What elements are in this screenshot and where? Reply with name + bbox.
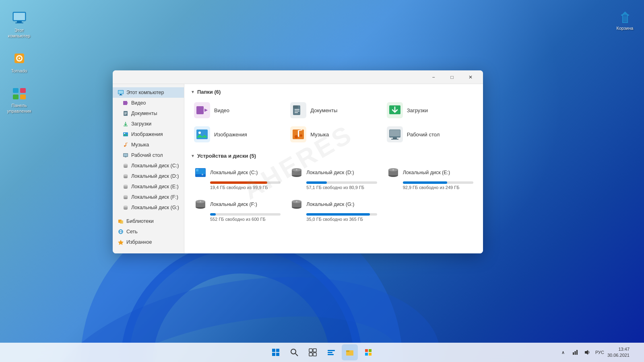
favorites-sidebar-icon <box>118 239 124 245</box>
close-button[interactable]: ✕ <box>461 71 480 84</box>
svg-rect-70 <box>298 131 299 137</box>
svg-rect-117 <box>574 351 576 355</box>
svg-rect-36 <box>125 157 126 157</box>
notification-button[interactable] <box>633 344 639 360</box>
svg-rect-10 <box>13 95 19 99</box>
store-taskbar-button[interactable] <box>360 344 376 360</box>
explorer-taskbar-button[interactable] <box>342 344 358 360</box>
widgets-button[interactable] <box>323 344 339 360</box>
show-hidden-icons-button[interactable]: ∧ <box>558 348 568 357</box>
sidebar-item-documents[interactable]: Документы <box>113 108 184 119</box>
svg-rect-106 <box>313 353 316 356</box>
folder-icon-video <box>194 102 210 118</box>
svg-rect-19 <box>118 90 123 94</box>
folders-section-label: Папки (6) <box>197 89 221 95</box>
disk-item-c[interactable]: Локальный диск (C:) 19,4 ГБ свободно из … <box>191 164 284 192</box>
svg-rect-114 <box>365 353 368 356</box>
folder-label-music: Музыка <box>310 132 329 138</box>
disk-d-name: Локальный диск (D:) <box>306 170 354 175</box>
sidebar-item-network[interactable]: Сеть <box>113 226 184 237</box>
disk-c-header: Локальный диск (C:) <box>194 166 281 179</box>
this-pc-sidebar-icon <box>118 89 124 96</box>
folder-item-video[interactable]: Видео <box>191 100 284 121</box>
disk-item-f[interactable]: Локальный диск (F:) 552 ГБ свободно из 6… <box>191 195 284 224</box>
sidebar-item-images[interactable]: Изображения <box>113 129 184 140</box>
svg-rect-75 <box>393 138 397 139</box>
disk-f-name: Локальный диск (F:) <box>210 202 257 207</box>
svg-rect-32 <box>126 143 126 146</box>
folder-item-images[interactable]: Изображения <box>191 124 284 145</box>
svg-point-42 <box>124 174 128 176</box>
desktop-icon-control-panel[interactable]: Панельуправления <box>4 83 34 116</box>
devices-section-label: Устройства и диски (5) <box>197 153 256 159</box>
sys-tray: ∧ <box>558 348 592 357</box>
svg-rect-79 <box>196 169 198 171</box>
folder-item-music[interactable]: Музыка <box>287 124 380 145</box>
svg-rect-118 <box>576 350 578 355</box>
folder-item-documents[interactable]: Документы <box>287 100 380 121</box>
sidebar-label-documents: Документы <box>131 111 157 116</box>
folder-icon-downloads <box>387 102 403 118</box>
folders-section-header[interactable]: ▼ Папки (6) <box>191 89 477 95</box>
svg-point-92 <box>200 201 201 202</box>
svg-point-39 <box>124 164 128 165</box>
desktop-icon-this-pc[interactable]: Этоткомпьютер <box>4 8 34 41</box>
sidebar-item-favorites[interactable]: Избранное <box>113 237 184 247</box>
sidebar-label-network: Сеть <box>126 229 138 234</box>
disk-d-icon <box>290 166 303 179</box>
disk-e-name: Локальный диск (E:) <box>403 170 450 175</box>
folder-item-desktop-folder[interactable]: Рабочий стол <box>384 124 477 145</box>
folder-item-downloads[interactable]: Загрузки <box>384 100 477 121</box>
sidebar-label-disk-f: Локальный диск (F:) <box>131 194 178 200</box>
sidebar-item-disk-g[interactable]: Локальный диск (G:) <box>113 202 184 213</box>
svg-marker-57 <box>118 240 124 245</box>
time-display: 13:47 <box>607 346 630 352</box>
disk-e-sidebar-icon <box>122 183 129 190</box>
sidebar-item-disk-c[interactable]: Локальный диск (C:) <box>113 160 184 171</box>
disk-e-icon <box>387 166 400 179</box>
time-date-display[interactable]: 13:47 30.06.2021 <box>607 346 630 359</box>
svg-rect-29 <box>123 132 128 136</box>
sidebar-label-disk-c: Локальный диск (C:) <box>131 163 179 169</box>
svg-point-96 <box>296 201 297 202</box>
maximize-button[interactable]: □ <box>443 71 461 84</box>
volume-tray-icon[interactable] <box>582 348 592 357</box>
svg-point-80 <box>202 174 203 175</box>
explorer-body: Этот компьютер Видео Документы <box>113 84 483 253</box>
sidebar-item-disk-e[interactable]: Локальный диск (E:) <box>113 181 184 192</box>
disk-item-g[interactable]: Локальный диск (G:) 35,0 ГБ свободно из … <box>287 195 380 224</box>
disk-g-bar-bg <box>306 213 377 216</box>
task-view-button[interactable] <box>305 344 321 360</box>
minimize-button[interactable]: − <box>424 71 443 84</box>
sidebar-item-libraries[interactable]: Библиотеки <box>113 216 184 226</box>
sidebar-item-this-pc[interactable]: Этот компьютер <box>113 87 184 98</box>
start-button[interactable] <box>268 344 284 360</box>
sidebar-item-video[interactable]: Видео <box>113 98 184 108</box>
downloads-sidebar-icon <box>122 121 129 127</box>
network-tray-icon[interactable] <box>570 348 580 357</box>
desktop-icon-tornado[interactable]: Tornado <box>4 49 34 75</box>
sidebar-item-music[interactable]: Музыка <box>113 140 184 150</box>
folders-chevron: ▼ <box>191 90 195 94</box>
sidebar-item-desktop[interactable]: Рабочий стол <box>113 150 184 160</box>
svg-point-67 <box>198 132 201 134</box>
disk-d-info: 57,1 ГБ свободно из 80,9 ГБ <box>306 185 377 190</box>
disk-item-d[interactable]: Локальный диск (D:) 57,1 ГБ свободно из … <box>287 164 380 192</box>
sidebar-item-disk-f[interactable]: Локальный диск (F:) <box>113 192 184 202</box>
control-panel-icon <box>11 85 27 101</box>
svg-rect-35 <box>124 154 128 156</box>
svg-rect-115 <box>369 353 372 356</box>
disk-f-bar-bg <box>210 213 281 216</box>
devices-chevron: ▼ <box>191 154 195 158</box>
search-button[interactable] <box>286 344 302 360</box>
disk-g-name: Локальный диск (G:) <box>306 202 354 207</box>
this-pc-icon <box>11 10 27 26</box>
devices-section-header[interactable]: ▼ Устройства и диски (5) <box>191 153 477 159</box>
desktop-icon-recycle-bin[interactable]: Корзина <box>610 8 640 32</box>
svg-rect-3 <box>15 23 23 23</box>
svg-rect-21 <box>119 95 122 95</box>
disk-item-e[interactable]: Локальный диск (E:) 92,9 ГБ свободно из … <box>384 164 477 192</box>
sidebar-item-disk-d[interactable]: Локальный диск (D:) <box>113 171 184 181</box>
sidebar-item-downloads[interactable]: Загрузки <box>113 119 184 129</box>
svg-marker-23 <box>127 102 128 104</box>
